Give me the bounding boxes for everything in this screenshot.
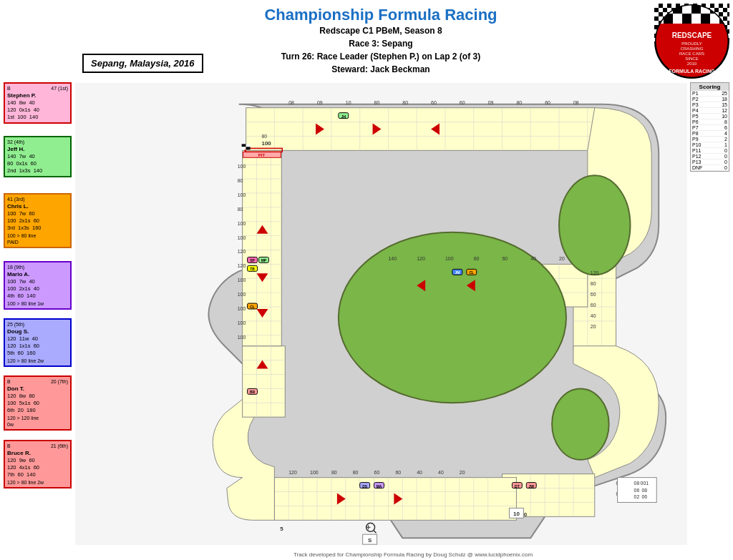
svg-rect-214: [246, 144, 251, 147]
stephen-name: Stephen P.: [7, 92, 68, 99]
svg-text:TB: TB: [250, 267, 255, 271]
svg-text:CRASHING: CRASHING: [681, 46, 704, 51]
svg-text:80: 80: [238, 178, 243, 183]
svg-text:10: 10: [346, 100, 351, 105]
svg-rect-15: [691, 14, 701, 24]
mario-pos: 18 (9th): [7, 264, 24, 270]
score-row-dnf: DNF0: [691, 165, 729, 171]
svg-text:100: 100: [238, 277, 246, 283]
svg-text:SP: SP: [250, 259, 255, 262]
jeff-name: Jeff H.: [7, 146, 68, 153]
score-row-p8: P84: [691, 131, 729, 137]
svg-rect-216: [246, 147, 251, 149]
svg-text:S: S: [368, 537, 372, 544]
svg-text:120: 120: [238, 263, 246, 268]
svg-text:JH: JH: [341, 115, 346, 119]
svg-text:20: 20: [591, 324, 596, 329]
jeff-stat2: 80 0x1s 60: [7, 160, 68, 167]
svg-text:100: 100: [238, 335, 246, 340]
stephen-badge: B: [7, 85, 11, 92]
score-row-p3: P315: [691, 102, 729, 108]
doug-note: 120 > 80 line 2w: [7, 358, 68, 364]
svg-rect-3: [654, 4, 664, 14]
bruce-stat3: 7th 60 140: [7, 471, 68, 478]
don-note: 120 > 120 line0w: [7, 415, 68, 428]
player-card-mario: 18 (9th) Mario A. 100 7w 40 100 2x1s 40 …: [4, 261, 72, 310]
bruce-badge: B: [7, 443, 11, 449]
don-stat1: 120 8w 80: [7, 393, 68, 400]
svg-text:09: 09: [317, 100, 323, 105]
doug-stat1: 120 11w 40: [7, 335, 68, 343]
svg-text:DS: DS: [362, 485, 368, 488]
doug-pos: 25 (5th): [7, 321, 24, 328]
svg-text:120: 120: [591, 270, 599, 275]
svg-text:40: 40: [438, 470, 444, 475]
player-card-jeff: 32 (4th) Jeff H. 140 7w 40 80 0x1s 60 2n…: [4, 136, 72, 177]
svg-rect-12: [664, 14, 673, 24]
jeff-stat3: 2nd 1x3s 140: [7, 167, 68, 175]
score-row-p1: P125: [691, 91, 729, 97]
player-card-stephen: B47 (1st) Stephen P. 140 8w 40 120 0x1s …: [4, 82, 72, 124]
svg-text:SINCE: SINCE: [685, 57, 698, 61]
svg-text:DT: DT: [515, 485, 520, 488]
stephen-stat1: 140 8w 40: [7, 99, 68, 107]
track-svg: 100 80 08 09 10 80 80 60 60 09 80 60 08 …: [75, 82, 687, 546]
scoring-panel: Scoring P125 P218 P315 P412 P510 P68 P76…: [690, 82, 729, 172]
svg-text:RACE CARS: RACE CARS: [679, 51, 704, 56]
svg-text:120: 120: [238, 249, 246, 254]
svg-text:2010: 2010: [687, 62, 697, 66]
svg-text:80: 80: [474, 256, 480, 261]
svg-text:60: 60: [395, 470, 401, 475]
don-stat3: 6th 20 180: [7, 407, 68, 414]
bruce-stat2: 120 4x1s 60: [7, 464, 68, 471]
subtitle-line1: Redscape C1 PBeM, Season 8: [115, 24, 647, 37]
chris-stat1: 100 7w 60: [7, 210, 68, 217]
score-row-p6: P68: [691, 119, 729, 125]
chris-note: 100 > 80 linePAID: [7, 232, 68, 245]
svg-text:100: 100: [310, 470, 319, 475]
svg-text:06: 06: [641, 494, 647, 499]
mario-name: Mario A.: [7, 271, 68, 278]
doug-stat3: 5th 60 160: [7, 350, 68, 357]
jeff-stat1: 140 7w 40: [7, 153, 68, 160]
scoring-title: Scoring: [691, 83, 729, 91]
svg-text:100: 100: [238, 306, 246, 311]
svg-rect-215: [242, 147, 246, 149]
svg-text:100: 100: [238, 292, 246, 297]
svg-text:MA: MA: [377, 485, 382, 488]
svg-text:100: 100: [238, 320, 246, 325]
svg-text:CL: CL: [250, 305, 255, 309]
svg-text:40: 40: [530, 256, 536, 261]
svg-text:08: 08: [573, 100, 579, 105]
don-pos: 20 (7th): [51, 378, 68, 385]
svg-text:80: 80: [402, 100, 408, 105]
mario-stat1: 100 7w 40: [7, 278, 68, 285]
svg-text:40: 40: [417, 470, 422, 475]
svg-text:PIT: PIT: [258, 153, 266, 157]
svg-text:60: 60: [503, 256, 508, 261]
don-badge: B: [7, 378, 11, 385]
svg-text:JW: JW: [529, 485, 535, 488]
svg-text:100: 100: [238, 221, 246, 226]
player-card-don: B20 (7th) Don T. 120 8w 80 100 5x1s 60 6…: [4, 375, 72, 431]
score-row-p2: P218: [691, 97, 729, 102]
svg-text:100: 100: [238, 164, 246, 169]
chris-pos: 41 (3rd): [7, 196, 25, 202]
svg-rect-4: [664, 4, 673, 14]
stephen-stat2: 120 0x1s 40: [7, 107, 68, 114]
player-card-doug: 25 (5th) Doug S. 120 11w 40 120 1x1s 60 …: [4, 318, 72, 367]
svg-text:5: 5: [280, 526, 283, 532]
mario-note: 100 > 80 line 1w: [7, 300, 68, 307]
svg-rect-5: [673, 4, 682, 14]
mario-stat3: 4th 60 140: [7, 293, 68, 300]
svg-rect-14: [682, 14, 691, 24]
svg-text:80: 80: [591, 281, 596, 286]
svg-point-117: [552, 388, 609, 459]
subtitle-line2: Race 3: Sepang: [115, 37, 647, 50]
bruce-name: Bruce R.: [7, 450, 68, 457]
svg-text:20: 20: [460, 470, 465, 475]
svg-text:20: 20: [559, 256, 565, 261]
player-card-bruce: B21 (6th) Bruce R. 120 9w 60 120 4x1s 60…: [4, 440, 72, 488]
don-name: Don T.: [7, 385, 68, 393]
score-row-p11: P110: [691, 148, 729, 154]
